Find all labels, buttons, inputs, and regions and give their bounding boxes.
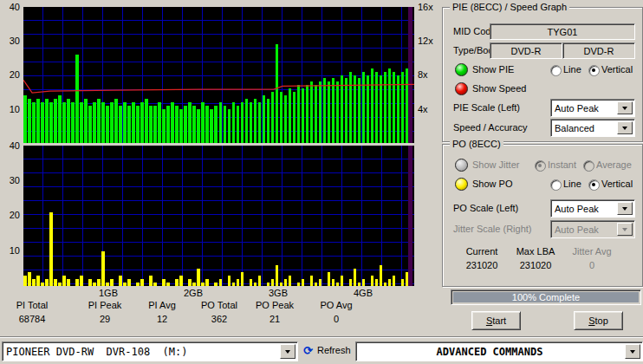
pie-y-tick-30: 30 (3, 36, 20, 46)
po-y-tick-20: 20 (3, 211, 20, 220)
po-graph-plot (23, 146, 414, 286)
jitter-instant-radio (535, 160, 546, 172)
advanced-commands-combo[interactable]: ADVANCED COMMANDS (355, 341, 643, 361)
mid-code-field: TYG01 (490, 23, 635, 40)
po-scale-label: PO Scale (Left) (453, 204, 518, 213)
po-scale-combo[interactable]: Auto Peak (550, 199, 635, 218)
jitter-average-label: Average (596, 160, 632, 170)
stat-pi-avg-value: 12 (141, 315, 183, 324)
divider (0, 336, 643, 338)
show-speed-led-icon[interactable] (455, 82, 468, 95)
pie-vertical-radio[interactable] (588, 65, 600, 76)
stat-pi-peak-value: 29 (81, 315, 128, 324)
x-tick-3gb: 3GB (265, 289, 291, 298)
book-field: DVD-R (562, 42, 635, 59)
current-label: Current (455, 247, 509, 257)
start-button[interactable]: Start (471, 311, 521, 330)
refresh-icon[interactable]: ⟳ (303, 345, 313, 356)
jitter-avg-value: 0 (564, 261, 620, 270)
chevron-down-icon[interactable] (617, 202, 633, 215)
stat-po-total-value: 362 (194, 315, 244, 324)
current-value: 231020 (455, 261, 509, 270)
start-button-label: Start (486, 315, 506, 326)
jitter-avg-label: Jitter Avg (564, 247, 620, 257)
drive-select-combo[interactable]: PIONEER DVD-RW DVR-108 (M:) (2, 341, 298, 361)
show-po-label[interactable]: Show PO (472, 179, 512, 189)
pie-group-title: PIE (8ECC) / Speed Graph (450, 2, 569, 12)
type-field: DVD-R (490, 42, 562, 59)
stat-po-avg-label: PO Avg (314, 301, 359, 310)
stat-po-avg-value: 0 (314, 315, 359, 324)
jitter-scale-combo: Auto Peak (550, 220, 635, 238)
speed-tick-4x: 4x (418, 105, 440, 114)
po-vertical-radio-label[interactable]: Vertical (601, 179, 633, 189)
grid (23, 146, 414, 286)
po-scale-value: Auto Peak (551, 203, 615, 214)
po-y-tick-40: 40 (3, 141, 20, 151)
pie-speed-group: PIE (8ECC) / Speed Graph MID Code TYG01 … (442, 7, 643, 142)
speed-accuracy-value: Balanced (551, 122, 615, 133)
pie-scale-value: Auto Peak (551, 102, 615, 114)
pie-y-tick-10: 10 (3, 105, 20, 114)
max-lba-value: 231020 (507, 261, 564, 270)
stat-po-peak-label: PO Peak (251, 301, 298, 310)
progress-bar: 100% Complete (451, 289, 641, 305)
pie-line-radio[interactable] (550, 65, 562, 76)
chevron-down-icon[interactable] (617, 121, 633, 134)
stat-po-total-label: PO Total (194, 301, 244, 310)
jitter-average-radio (583, 160, 594, 172)
pie-vertical-radio-label[interactable]: Vertical (601, 65, 633, 75)
po-line-radio-label[interactable]: Line (563, 179, 581, 189)
pie-scale-label: PIE Scale (Left) (453, 103, 520, 113)
jitter-scale-label: Jitter Scale (Right) (453, 224, 531, 234)
po-y-tick-10: 10 (3, 246, 20, 256)
progress-fill: 100% Complete (453, 292, 639, 302)
progress-label: 100% Complete (512, 292, 580, 302)
speed-accuracy-label: Speed / Accuracy (453, 123, 528, 133)
chevron-down-icon (617, 223, 633, 236)
drive-select-value: PIONEER DVD-RW DVR-108 (M:) (3, 345, 278, 358)
po-y-tick-30: 30 (3, 176, 20, 185)
stat-pi-peak-label: PI Peak (81, 301, 128, 310)
app-window: 40 30 20 10 16x 12x 8x 4x 40 30 20 10 1G… (0, 0, 643, 364)
max-lba-label: Max LBA (507, 247, 564, 257)
stat-pi-total-label: PI Total (5, 301, 59, 310)
pie-y-tick-40: 40 (3, 3, 20, 12)
show-speed-label[interactable]: Show Speed (472, 84, 526, 94)
advanced-commands-value: ADVANCED COMMANDS (356, 345, 623, 358)
speed-tick-12x: 12x (418, 36, 440, 46)
pie-scale-combo[interactable]: Auto Peak (550, 99, 635, 117)
pie-graph-plot (23, 7, 414, 143)
stat-pi-avg-label: PI Avg (141, 301, 183, 310)
speed-tick-16x: 16x (418, 3, 440, 12)
pie-y-tick-20: 20 (3, 70, 20, 80)
chevron-down-icon[interactable] (625, 344, 640, 359)
po-group-title: PO (8ECC) (450, 139, 503, 149)
stat-po-peak-value: 21 (251, 315, 298, 324)
po-line-radio[interactable] (550, 179, 562, 191)
speed-accuracy-combo[interactable]: Balanced (550, 119, 635, 137)
show-jitter-led-icon (455, 159, 468, 172)
x-tick-2gb: 2GB (180, 289, 206, 298)
stop-button-label: Stop (588, 315, 608, 326)
show-po-led-icon[interactable] (455, 178, 468, 191)
pie-line-radio-label[interactable]: Line (563, 65, 581, 75)
stat-pi-total-value: 68784 (5, 315, 59, 324)
x-tick-1gb: 1GB (95, 289, 121, 298)
jitter-scale-value: Auto Peak (551, 224, 615, 235)
refresh-label[interactable]: Refresh (317, 346, 351, 355)
show-jitter-label: Show Jitter (472, 160, 519, 170)
po-vertical-radio[interactable] (588, 179, 600, 191)
x-tick-4gb: 4GB (350, 289, 376, 298)
chevron-down-icon[interactable] (617, 101, 633, 114)
po-group: PO (8ECC) Show Jitter Instant Average Sh… (442, 144, 643, 287)
stop-button[interactable]: Stop (574, 311, 623, 330)
speed-tick-8x: 8x (418, 70, 440, 80)
show-pie-label[interactable]: Show PIE (472, 65, 514, 75)
show-pie-led-icon[interactable] (455, 63, 468, 76)
jitter-instant-label: Instant (548, 160, 576, 170)
chevron-down-icon[interactable] (280, 344, 296, 359)
